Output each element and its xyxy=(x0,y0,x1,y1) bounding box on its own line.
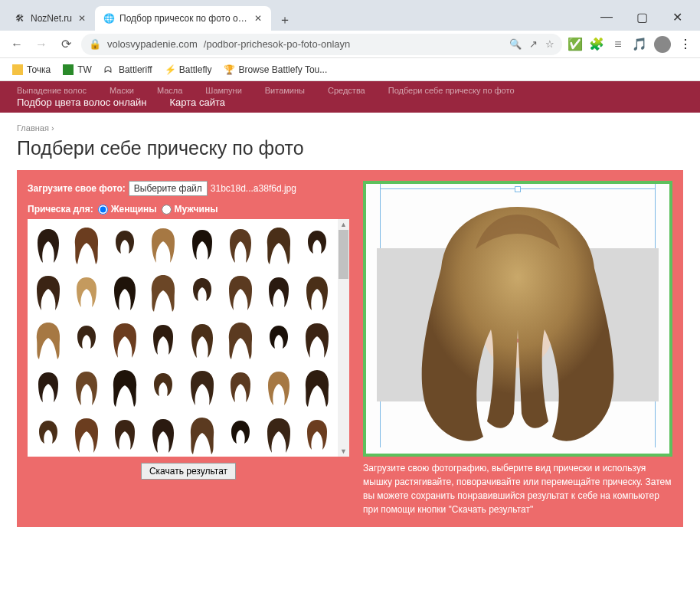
radio-men[interactable] xyxy=(162,205,172,215)
scrollbar[interactable]: ▲ ▼ xyxy=(338,219,349,457)
bookmark-battleriff[interactable]: ᗣBattleriff xyxy=(100,62,157,77)
nav-link[interactable]: Карта сайта xyxy=(170,97,225,108)
choose-file-button[interactable]: Выберите файл xyxy=(129,181,208,196)
haircut-thumbnail[interactable] xyxy=(106,268,144,316)
breadcrumb[interactable]: Главная › xyxy=(17,116,683,137)
nav-link[interactable]: Масла xyxy=(157,86,182,95)
haircut-thumbnail[interactable] xyxy=(106,411,144,457)
new-tab-button[interactable]: ＋ xyxy=(274,9,296,31)
haircut-thumbnail[interactable] xyxy=(298,316,336,363)
forward-button[interactable]: → xyxy=(32,35,51,54)
haircut-thumbnail[interactable] xyxy=(260,363,298,411)
haircut-thumbnail[interactable] xyxy=(221,316,260,363)
close-window-button[interactable]: ✕ xyxy=(666,6,688,28)
bookmark-browse-battlefy[interactable]: 🏆Browse Battlefy Tou... xyxy=(219,62,332,77)
check-extension-icon[interactable]: ✅ xyxy=(568,38,582,51)
minimize-button[interactable]: — xyxy=(596,6,617,28)
haircut-thumbnail[interactable] xyxy=(144,316,182,363)
tab-podbor[interactable]: 🌐 Подбор причесок по фото онла ✕ xyxy=(95,6,271,31)
haircut-thumbnail[interactable] xyxy=(298,268,336,316)
haircut-thumbnail[interactable] xyxy=(221,268,260,316)
haircut-thumbnail[interactable] xyxy=(183,363,221,411)
profile-avatar[interactable] xyxy=(654,36,671,53)
haircut-thumbnail[interactable] xyxy=(144,268,182,316)
haircut-thumbnail[interactable] xyxy=(221,411,260,457)
haircut-thumbnail[interactable] xyxy=(221,363,260,411)
radio-women[interactable] xyxy=(98,205,108,215)
bookmark-tw[interactable]: TW xyxy=(58,62,96,77)
haircut-thumbnail[interactable] xyxy=(260,221,298,268)
haircut-thumbnail[interactable] xyxy=(29,268,67,316)
maximize-button[interactable]: ▢ xyxy=(631,6,653,28)
back-button[interactable]: ← xyxy=(8,35,26,54)
haircut-thumbnail[interactable] xyxy=(29,411,67,457)
haircut-thumbnail[interactable] xyxy=(260,268,298,316)
scroll-down-icon[interactable]: ▼ xyxy=(338,446,349,457)
preview-frame[interactable] xyxy=(363,181,672,457)
browser-titlebar: 🛠 NozNet.ru ✕ 🌐 Подбор причесок по фото … xyxy=(0,0,700,31)
zoom-icon[interactable]: 🔍 xyxy=(509,38,522,50)
haircut-thumbnail[interactable] xyxy=(260,411,298,457)
haircut-thumbnail[interactable] xyxy=(67,268,106,316)
nav-link[interactable]: Витамины xyxy=(265,86,305,95)
extension-area: ✅ 🧩 ≡ 🎵 ⋮ xyxy=(568,36,692,53)
haircut-thumbnail[interactable] xyxy=(298,221,336,268)
close-icon[interactable]: ✕ xyxy=(77,13,87,24)
tool-container: Загрузите свое фото: Выберите файл 31bc1… xyxy=(17,170,683,527)
share-icon[interactable]: ↗ xyxy=(529,38,538,50)
window-controls: — ▢ ✕ xyxy=(596,6,694,31)
lock-icon: 🔒 xyxy=(89,38,101,50)
bookmark-tochka[interactable]: Точка xyxy=(8,62,55,77)
haircut-thumbnail[interactable] xyxy=(67,221,106,268)
haircut-thumbnail[interactable] xyxy=(106,221,144,268)
hair-overlay[interactable] xyxy=(399,192,636,452)
haircut-thumbnail[interactable] xyxy=(298,363,336,411)
download-button[interactable]: Скачать результат xyxy=(141,463,236,480)
haircut-thumbnail[interactable] xyxy=(67,363,106,411)
puzzle-icon[interactable]: 🧩 xyxy=(590,38,604,51)
haircut-thumbnail[interactable] xyxy=(183,316,221,363)
haircut-thumbnail[interactable] xyxy=(67,411,106,457)
star-icon[interactable]: ☆ xyxy=(545,38,554,50)
folder-icon xyxy=(12,64,23,75)
url-host: volosvypadenie.com xyxy=(107,38,198,50)
list-icon[interactable]: ≡ xyxy=(611,38,625,51)
close-icon[interactable]: ✕ xyxy=(253,13,263,24)
haircuts-grid xyxy=(28,219,338,457)
haircut-thumbnail[interactable] xyxy=(29,221,67,268)
scroll-up-icon[interactable]: ▲ xyxy=(338,219,349,230)
url-input[interactable]: 🔒 volosvypadenie.com/podbor-prichesok-po… xyxy=(81,34,562,55)
haircut-thumbnail[interactable] xyxy=(183,411,221,457)
nav-link[interactable]: Средства xyxy=(328,86,365,95)
nav-link[interactable]: Выпадение волос xyxy=(17,86,87,95)
site-nav: Выпадение волос Маски Масла Шампуни Вита… xyxy=(0,81,700,113)
filename-text: 31bc18d...a38f6d.jpg xyxy=(211,183,296,194)
bookmark-battlefly[interactable]: ⚡Battlefly xyxy=(160,62,217,77)
tab-noznet[interactable]: 🛠 NozNet.ru ✕ xyxy=(6,6,95,31)
music-icon[interactable]: 🎵 xyxy=(633,38,646,51)
haircut-thumbnail[interactable] xyxy=(67,316,106,363)
haircut-thumbnail[interactable] xyxy=(144,363,182,411)
haircut-thumbnail[interactable] xyxy=(144,411,182,457)
menu-icon[interactable]: ⋮ xyxy=(679,38,692,51)
bookmarks-bar: Точка TW ᗣBattleriff ⚡Battlefly 🏆Browse … xyxy=(0,58,700,81)
haircut-thumbnail[interactable] xyxy=(106,363,144,411)
haircut-thumbnail[interactable] xyxy=(183,268,221,316)
haircut-thumbnail[interactable] xyxy=(144,221,182,268)
battleriff-icon: ᗣ xyxy=(104,64,115,75)
haircut-thumbnail[interactable] xyxy=(29,316,67,363)
wrench-icon: 🛠 xyxy=(14,12,26,25)
nav-link[interactable]: Подбери себе прическу по фото xyxy=(388,86,515,95)
haircut-thumbnail[interactable] xyxy=(183,221,221,268)
address-bar: ← → ⟳ 🔒 volosvypadenie.com/podbor-priche… xyxy=(0,31,700,58)
scrollbar-thumb[interactable] xyxy=(339,230,348,279)
nav-link[interactable]: Маски xyxy=(110,86,134,95)
haircut-thumbnail[interactable] xyxy=(298,411,336,457)
haircut-thumbnail[interactable] xyxy=(221,221,260,268)
reload-button[interactable]: ⟳ xyxy=(57,35,75,54)
haircut-thumbnail[interactable] xyxy=(260,316,298,363)
nav-link[interactable]: Подбор цвета волос онлайн xyxy=(17,97,147,108)
haircut-thumbnail[interactable] xyxy=(29,363,67,411)
haircut-thumbnail[interactable] xyxy=(106,316,144,363)
nav-link[interactable]: Шампуни xyxy=(205,86,241,95)
